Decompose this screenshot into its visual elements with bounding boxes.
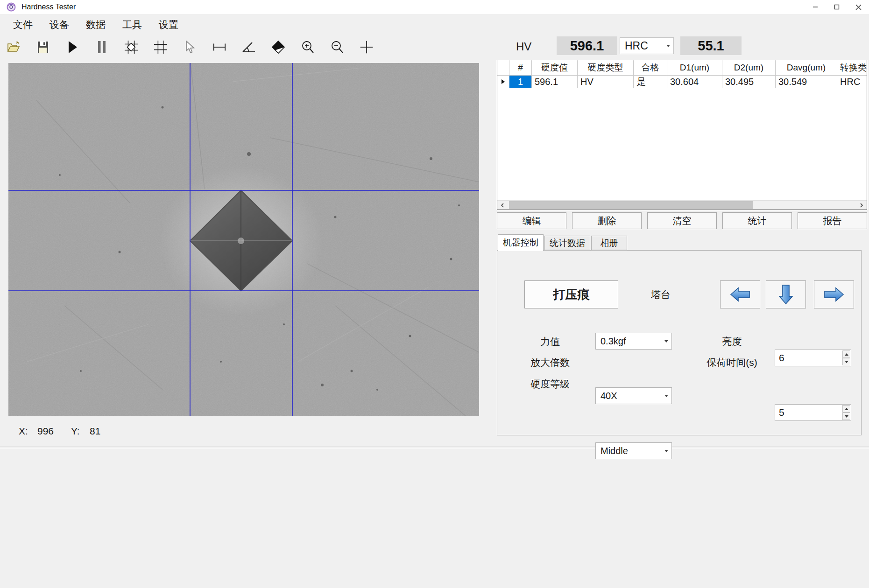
title-bar: Hardness Tester — [0, 0, 869, 14]
grid-icon[interactable] — [154, 40, 168, 54]
crosshair-icon[interactable] — [360, 40, 374, 54]
table-row[interactable]: 1 596.1 HV 是 30.604 30.495 30.549 HRC — [497, 76, 867, 88]
cursor-x-label: X: — [19, 426, 28, 437]
cursor-y-label: Y: — [71, 426, 80, 437]
chevron-down-icon — [666, 45, 670, 47]
header-davg[interactable]: Davg(um) — [776, 60, 837, 76]
brightness-spinner[interactable]: 6 — [775, 350, 851, 366]
table-header-row: # 硬度值 硬度类型 合格 D1(um) D2(um) Davg(um) 转换类… — [497, 60, 867, 76]
brightness-label: 亮度 — [693, 333, 770, 350]
cell-type[interactable]: HV — [578, 76, 634, 88]
blue-right-arrow-icon — [824, 287, 844, 302]
hardness-level-select[interactable]: Middle — [595, 442, 672, 459]
cursor-icon[interactable] — [183, 40, 197, 54]
dwell-time-spinner[interactable]: 5 — [775, 404, 851, 421]
start-icon[interactable] — [65, 40, 79, 54]
cell-num[interactable]: 1 — [509, 76, 532, 88]
cell-hardness[interactable]: 596.1 — [532, 76, 578, 88]
conversion-scale-select[interactable]: HRC — [620, 37, 674, 54]
menu-tools[interactable]: 工具 — [120, 17, 144, 32]
chevron-down-icon — [664, 395, 668, 397]
menu-data[interactable]: 数据 — [84, 17, 107, 32]
chevron-down-icon — [664, 450, 668, 452]
hardness-level-label: 硬度等级 — [516, 375, 584, 392]
close-icon — [855, 4, 862, 10]
blue-down-arrow-icon — [778, 284, 794, 305]
turret-right-button[interactable] — [814, 280, 854, 308]
tab-album[interactable]: 相册 — [591, 236, 627, 250]
turret-down-button[interactable] — [766, 280, 806, 308]
magnification-label: 放大倍数 — [516, 354, 584, 371]
save-icon[interactable] — [36, 40, 50, 54]
header-hardness[interactable]: 硬度值 — [532, 60, 578, 76]
menu-settings[interactable]: 设置 — [157, 17, 180, 32]
primary-value-box: 596.1 — [557, 36, 617, 55]
edit-button[interactable]: 编辑 — [497, 212, 566, 229]
specimen-image — [8, 63, 479, 416]
header-num[interactable]: # — [509, 60, 532, 76]
converted-value-box: 55.1 — [680, 36, 742, 55]
cell-conversion[interactable]: HRC — [837, 76, 867, 88]
delete-button[interactable]: 删除 — [572, 212, 642, 229]
window-title: Hardness Tester — [21, 3, 76, 11]
force-value: 0.3kgf — [601, 336, 626, 347]
header-type[interactable]: 硬度类型 — [578, 60, 634, 76]
spin-up-icon[interactable] — [842, 405, 850, 413]
zoom-out-icon[interactable] — [330, 40, 344, 54]
row-marker-icon — [502, 79, 505, 84]
magnification-value: 40X — [601, 391, 617, 401]
results-table: # 硬度值 硬度类型 合格 D1(um) D2(um) Davg(um) 转换类… — [497, 60, 867, 210]
dwell-time-label: 保荷时间(s) — [693, 354, 770, 371]
stats-button[interactable]: 统计 — [722, 212, 792, 229]
hardness-tester-window: Hardness Tester 文件 设备 数据 工具 设置 — [0, 0, 869, 588]
maximize-button[interactable] — [826, 0, 848, 14]
turret-left-button[interactable] — [720, 280, 760, 308]
header-d2[interactable]: D2(um) — [722, 60, 776, 76]
cell-d1[interactable]: 30.604 — [667, 76, 722, 88]
header-pass[interactable]: 合格 — [634, 60, 667, 76]
cell-d2[interactable]: 30.495 — [722, 76, 776, 88]
dwell-time-value: 5 — [779, 407, 784, 418]
open-file-icon[interactable] — [7, 40, 21, 54]
indent-frame-icon[interactable] — [124, 40, 138, 54]
magnification-select[interactable]: 40X — [595, 387, 672, 404]
tab-statistics[interactable]: 统计数据 — [544, 236, 590, 250]
scroll-left-icon[interactable] — [497, 201, 508, 210]
spin-up-icon[interactable] — [842, 350, 850, 358]
scrollbar-thumb[interactable] — [509, 201, 753, 209]
menu-bar: 文件 设备 数据 工具 设置 — [0, 14, 869, 35]
tab-machine-control[interactable]: 机器控制 — [498, 234, 544, 251]
row-selector[interactable] — [497, 76, 509, 88]
report-button[interactable]: 报告 — [798, 212, 867, 229]
hardness-level-value: Middle — [601, 446, 628, 456]
app-icon — [7, 2, 16, 12]
table-hscrollbar[interactable] — [497, 200, 867, 210]
camera-viewport[interactable] — [8, 63, 479, 416]
header-conversion[interactable]: 转换类型 — [837, 60, 867, 76]
minimize-button[interactable] — [805, 0, 826, 14]
force-select[interactable]: 0.3kgf — [595, 333, 672, 350]
spin-down-icon[interactable] — [842, 358, 850, 365]
turret-label: 塔台 — [637, 286, 684, 303]
spin-down-icon[interactable] — [842, 413, 850, 420]
clear-button[interactable]: 清空 — [647, 212, 717, 229]
minimize-icon — [812, 4, 818, 10]
scroll-right-icon[interactable] — [856, 201, 867, 210]
horizontal-divider — [0, 447, 869, 448]
angle-measure-icon[interactable] — [242, 40, 256, 54]
force-label: 力值 — [516, 333, 584, 350]
cursor-x-value: 996 — [37, 426, 54, 437]
zoom-in-icon[interactable] — [301, 40, 315, 54]
brightness-value: 6 — [779, 352, 784, 364]
primary-scale-label: HV — [516, 40, 531, 53]
header-d1[interactable]: D1(um) — [667, 60, 722, 76]
menu-file[interactable]: 文件 — [11, 17, 35, 32]
menu-device[interactable]: 设备 — [48, 17, 71, 32]
cell-davg[interactable]: 30.549 — [776, 76, 837, 88]
cell-pass[interactable]: 是 — [634, 76, 667, 88]
indent-button[interactable]: 打压痕 — [524, 280, 618, 308]
pause-icon[interactable] — [95, 40, 109, 54]
length-measure-icon[interactable] — [212, 40, 226, 54]
close-button[interactable] — [848, 0, 869, 14]
eraser-icon[interactable] — [271, 40, 285, 54]
